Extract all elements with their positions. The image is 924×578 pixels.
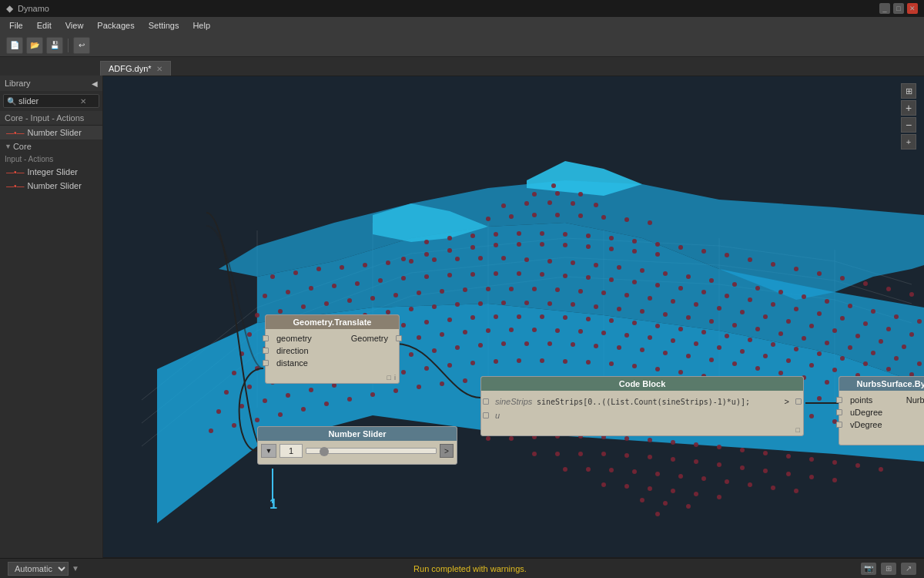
sidebar-item-number-slider-1[interactable]: —•— Number Slider — [0, 126, 102, 139]
geometry-input-label: geometry — [272, 334, 346, 343]
menu-view[interactable]: View — [59, 19, 90, 32]
run-mode-select[interactable]: Automatic — [8, 562, 69, 576]
svg-point-67 — [863, 321, 868, 326]
number-slider-footer — [258, 461, 457, 464]
svg-point-68 — [886, 327, 891, 331]
slider-track[interactable] — [306, 448, 437, 454]
new-button[interactable]: 📄 — [6, 37, 23, 54]
svg-point-178 — [671, 338, 675, 343]
export-icon[interactable]: ↗ — [901, 563, 916, 575]
minimize-button[interactable]: _ — [879, 3, 890, 14]
active-tab[interactable]: ADFG.dyn* ✕ — [100, 61, 171, 76]
svg-point-236 — [609, 361, 614, 366]
svg-point-337 — [494, 232, 498, 237]
number-slider-icon-2: —•— — [6, 182, 25, 190]
layers-icon[interactable]: ⊞ — [881, 563, 896, 575]
canvas-area[interactable]: ⊞ + − + Geometry.Translate geometry Geom… — [103, 76, 924, 558]
svg-point-370 — [532, 213, 537, 217]
svg-point-24 — [547, 259, 552, 264]
svg-point-137 — [424, 320, 429, 324]
geometry-translate-node[interactable]: Geometry.Translate geometry Geometry dir… — [265, 314, 400, 384]
menu-packages[interactable]: Packages — [91, 19, 140, 32]
library-collapse-icon[interactable]: ◀ — [92, 79, 98, 88]
zoom-out-button[interactable]: − — [901, 117, 916, 133]
svg-point-367 — [655, 252, 660, 257]
svg-point-353 — [863, 281, 868, 286]
undo-button[interactable]: ↩ — [73, 37, 90, 54]
open-button[interactable]: 📂 — [26, 37, 43, 54]
search-input[interactable] — [18, 96, 80, 106]
svg-point-322 — [771, 486, 775, 490]
svg-point-213 — [778, 371, 783, 375]
titlebar-controls[interactable]: _ □ ✕ — [879, 3, 918, 14]
sidebar-item-number-slider-2[interactable]: —•— Number Slider — [0, 179, 102, 193]
svg-point-239 — [678, 370, 683, 375]
slider-dropdown-button[interactable]: ▼ — [261, 444, 276, 458]
svg-point-180 — [717, 345, 721, 350]
zoom-in-button[interactable]: + — [901, 100, 916, 116]
add-button[interactable]: + — [901, 134, 916, 150]
svg-point-144 — [586, 317, 591, 321]
svg-point-232 — [517, 358, 521, 363]
points-input-port[interactable] — [836, 397, 842, 403]
svg-point-208 — [663, 351, 668, 355]
geometry-output-label: Geometry — [346, 334, 393, 343]
svg-point-48 — [424, 274, 429, 279]
close-button[interactable]: ✕ — [907, 3, 918, 14]
udegree-port[interactable] — [836, 409, 842, 415]
tab-close-button[interactable]: ✕ — [156, 65, 162, 73]
svg-point-298 — [879, 467, 883, 472]
svg-point-139 — [470, 315, 475, 320]
udegree-label: uDegree — [845, 408, 924, 417]
distance-input-port[interactable] — [263, 360, 269, 366]
code-block-node[interactable]: Code Block sineStrips sineStrips[0..((Li… — [480, 376, 804, 436]
geometry-input-port[interactable] — [263, 335, 269, 341]
titlebar: ◆ Dynamo _ □ ✕ — [0, 0, 924, 17]
slider-thumb[interactable] — [320, 447, 329, 456]
svg-point-357 — [424, 252, 429, 257]
svg-point-177 — [648, 335, 652, 340]
svg-point-23 — [524, 257, 529, 262]
menu-help[interactable]: Help — [186, 19, 216, 32]
code-content[interactable]: sineStrips[0..((List.Count(sineStrips)-1… — [537, 398, 778, 406]
svg-point-250 — [209, 428, 213, 433]
svg-point-238 — [655, 367, 660, 371]
svg-point-82 — [532, 287, 537, 291]
svg-point-114 — [594, 304, 598, 309]
u-input-port[interactable] — [483, 412, 489, 418]
sidebar-item-integer-slider[interactable]: —•— Integer Slider — [0, 165, 102, 179]
svg-point-228 — [424, 366, 429, 371]
svg-point-318 — [678, 474, 683, 479]
core-chevron-icon: ▼ — [5, 143, 12, 150]
number-slider-node[interactable]: Number Slider ▼ 1 > — [257, 426, 457, 465]
search-clear-button[interactable]: ✕ — [80, 97, 86, 106]
geometry-output-port[interactable] — [396, 335, 402, 341]
svg-point-369 — [509, 214, 514, 219]
menu-edit[interactable]: Edit — [31, 19, 58, 32]
svg-point-153 — [794, 347, 798, 351]
search-box[interactable]: 🔍 ✕ — [3, 94, 99, 108]
save-button[interactable]: 💾 — [46, 37, 63, 54]
maximize-button[interactable]: □ — [893, 3, 904, 14]
core-input-actions-header: Core - Input - Actions — [0, 111, 102, 126]
slider-increment-button[interactable]: > — [440, 444, 454, 458]
code-output-port[interactable] — [795, 398, 802, 405]
direction-input-port[interactable] — [263, 348, 269, 354]
svg-point-293 — [763, 451, 768, 455]
nurbs-surface-node[interactable]: NurbsSurface.ByPoints points NurbsSurfac… — [839, 376, 924, 445]
core-section-header[interactable]: ▼ Core — [0, 139, 102, 153]
svg-point-259 — [417, 385, 421, 389]
library-header: Library ◀ — [0, 76, 102, 91]
vdegree-port[interactable] — [836, 422, 842, 428]
svg-point-116 — [640, 309, 644, 314]
sinestrips-input-port[interactable] — [483, 398, 489, 405]
nurbs-header: NurbsSurface.ByPoints — [839, 377, 924, 391]
menu-settings[interactable]: Settings — [142, 19, 186, 32]
menu-file[interactable]: File — [3, 19, 29, 32]
camera-icon[interactable]: 📷 — [861, 563, 876, 575]
svg-point-289 — [671, 440, 675, 445]
fit-view-button[interactable]: ⊞ — [901, 83, 916, 99]
svg-point-316 — [632, 469, 637, 474]
svg-point-60 — [701, 290, 706, 294]
svg-point-348 — [748, 257, 752, 262]
